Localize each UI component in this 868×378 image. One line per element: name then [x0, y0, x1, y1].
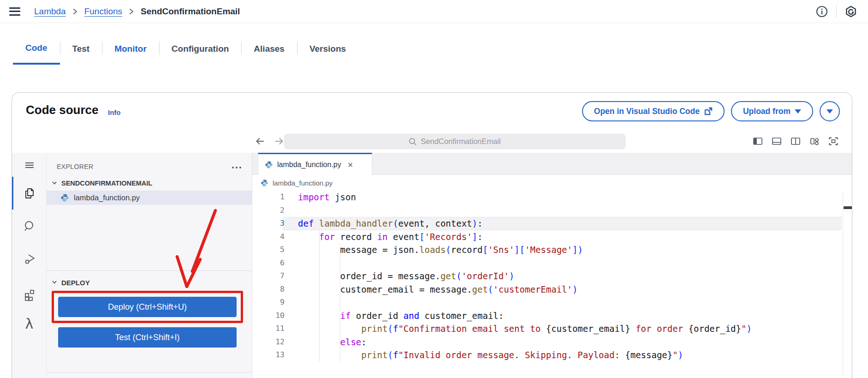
cloudshell-icon[interactable] [845, 6, 857, 18]
breadcrumb-lambda-link[interactable]: Lambda [34, 6, 66, 17]
tree-file-lambda-function[interactable]: lambda_function.py [47, 191, 252, 205]
code-line-3[interactable]: 3def lambda_handler(event, context): [252, 217, 852, 230]
line-number: 2 [252, 204, 285, 217]
run-debug-icon[interactable] [12, 252, 47, 265]
code-line-2[interactable]: 2 [252, 204, 852, 217]
divider [47, 270, 252, 271]
code-line-4[interactable]: 4 for record in event['Records']: [252, 230, 852, 244]
menu-icon[interactable] [12, 159, 47, 171]
info-icon[interactable] [816, 6, 828, 18]
explorer-files-icon[interactable] [12, 187, 47, 200]
code-line-text: def lambda_handler(event, context): [298, 217, 482, 230]
editor-breadcrumb[interactable]: lambda_function.py [252, 175, 852, 191]
caret-down-icon [795, 109, 801, 114]
close-tab-icon[interactable]: × [348, 160, 353, 169]
code-line-text: else: [298, 336, 367, 349]
deploy-button[interactable]: Deploy (Ctrl+Shift+U) [58, 297, 237, 317]
tab-code[interactable]: Code [13, 33, 60, 65]
code-source-header: Code source Info Open in Visual Studio C… [12, 93, 852, 130]
open-in-vscode-button[interactable]: Open in Visual Studio Code [582, 101, 725, 121]
navigate-back-icon[interactable] [254, 135, 266, 149]
layout-controls [752, 136, 839, 147]
code-line-10[interactable]: 10 if order_id and customer_email: [252, 309, 852, 323]
toggle-panel-icon[interactable] [771, 136, 782, 147]
tree-root-label: SENDCONFIRMATIONEMAIL [61, 180, 152, 187]
tab-monitor[interactable]: Monitor [102, 33, 159, 65]
top-navigation: Lambda Functions SendConfirmationEmail [0, 0, 868, 23]
aws-lambda-icon[interactable]: λ [12, 316, 47, 332]
tree-root-sendconfirmationemail[interactable]: SENDCONFIRMATIONEMAIL [47, 177, 252, 190]
toggle-sidebar-icon[interactable] [752, 136, 763, 147]
code-line-text: message = json.loads(record['Sns']['Mess… [298, 243, 583, 257]
code-line-text: print(f"Invalid order message. Skipping.… [298, 348, 683, 362]
deploy-section-header[interactable]: DEPLOY [47, 276, 252, 289]
editor-scrollbar[interactable] [843, 191, 843, 378]
code-line-text: for record in event['Records']: [298, 230, 483, 244]
test-button[interactable]: Test (Ctrl+Shift+I) [58, 327, 237, 348]
code-line-7[interactable]: 7 order_id = message.get('orderId') [252, 270, 852, 283]
tab-label: Aliases [254, 44, 285, 54]
upload-from-button[interactable]: Upload from [731, 101, 813, 121]
search-icon[interactable] [12, 220, 47, 233]
tab-versions[interactable]: Versions [297, 33, 358, 65]
tab-test[interactable]: Test [60, 33, 102, 65]
info-link[interactable]: Info [108, 108, 121, 116]
code-line-8[interactable]: 8 customer_email = message.get('customer… [252, 283, 852, 296]
customize-layout-icon[interactable] [809, 136, 820, 147]
chevron-down-icon [51, 279, 58, 287]
editor-tab-lambda-function[interactable]: lambda_function.py × [258, 153, 372, 175]
tab-label: Versions [309, 44, 346, 54]
breadcrumb-functions-link[interactable]: Functions [84, 6, 122, 17]
code-line-6[interactable]: 6 [252, 257, 852, 270]
line-number: 13 [252, 348, 285, 362]
python-file-icon [265, 161, 273, 169]
extensions-icon[interactable] [12, 288, 47, 301]
upload-from-label: Upload from [743, 107, 791, 116]
editor-region: lambda_function.py × lambda_function.py … [252, 153, 852, 378]
split-editor-icon[interactable] [790, 136, 801, 147]
tab-aliases[interactable]: Aliases [241, 33, 297, 65]
external-link-icon [704, 107, 713, 116]
line-number: 8 [252, 283, 285, 296]
open-in-vscode-label: Open in Visual Studio Code [594, 107, 700, 116]
editor-breadcrumb-label: lambda_function.py [273, 179, 333, 187]
code-line-5[interactable]: 5 message = json.loads(record['Sns']['Me… [252, 243, 852, 257]
code-line-text: print(f"Confirmation email sent to {cust… [298, 322, 752, 336]
ide-topbar: SendConfirmationEmail [12, 130, 852, 153]
line-number: 4 [252, 230, 285, 244]
command-center-search[interactable]: SendConfirmationEmail [284, 134, 625, 149]
chevron-right-icon [72, 8, 78, 15]
hamburger-menu-icon[interactable] [9, 7, 20, 16]
divider [836, 5, 837, 18]
scrollbar-position-marker [844, 206, 852, 209]
deploy-section-label: DEPLOY [61, 279, 90, 287]
breadcrumb: Lambda Functions SendConfirmationEmail [34, 6, 240, 17]
more-actions-dropdown-button[interactable] [820, 101, 840, 121]
python-file-icon [60, 193, 69, 202]
search-icon [409, 138, 417, 146]
code-line-1[interactable]: 1import json [252, 191, 852, 204]
caret-down-icon [826, 109, 833, 114]
lambda-console-page: Lambda Functions SendConfirmationEmail C… [0, 0, 868, 378]
code-line-9[interactable]: 9 [252, 296, 852, 309]
tab-label: Test [72, 44, 90, 54]
code-editor[interactable]: 1import json23def lambda_handler(event, … [252, 191, 852, 378]
line-number: 9 [252, 296, 285, 309]
line-number: 5 [252, 243, 285, 257]
tab-configuration[interactable]: Configuration [159, 33, 242, 65]
explorer-title: EXPLORER [57, 163, 93, 170]
editor-tab-bar: lambda_function.py × [252, 153, 852, 175]
navigate-forward-icon[interactable] [273, 135, 285, 149]
tree-file-label: lambda_function.py [74, 193, 140, 202]
chevron-right-icon [129, 8, 134, 15]
code-line-13[interactable]: 13 print(f"Invalid order message. Skippi… [252, 348, 852, 362]
code-line-12[interactable]: 12 else: [252, 336, 852, 349]
code-source-actions: Open in Visual Studio Code Upload from [582, 101, 840, 121]
search-label: SendConfirmationEmail [421, 137, 500, 146]
explorer-more-actions-icon[interactable] [232, 163, 242, 171]
fullscreen-icon[interactable] [828, 136, 839, 147]
line-number: 3 [252, 217, 285, 230]
line-number: 11 [252, 322, 285, 336]
code-source-panel: Code source Info Open in Visual Studio C… [12, 92, 852, 378]
code-line-11[interactable]: 11 print(f"Confirmation email sent to {c… [252, 322, 852, 336]
